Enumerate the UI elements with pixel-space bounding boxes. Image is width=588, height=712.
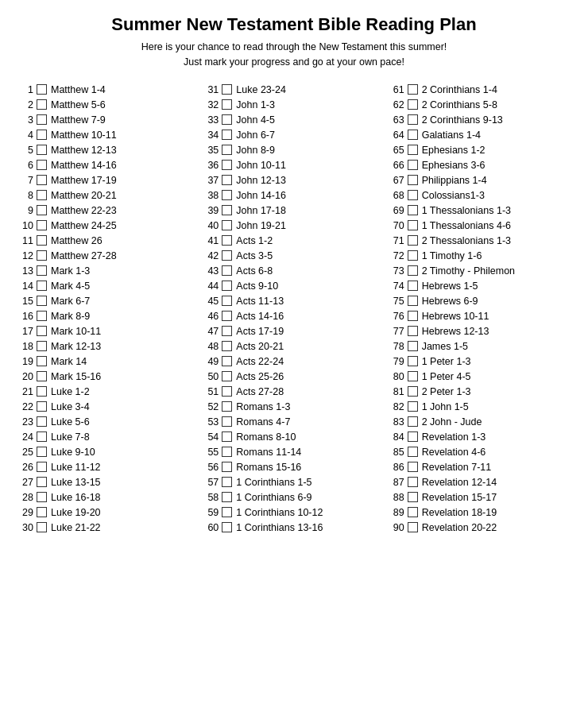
reading-checkbox[interactable] [222,145,232,155]
reading-checkbox[interactable] [408,401,418,412]
reading-checkbox[interactable] [222,431,232,442]
reading-checkbox[interactable] [222,160,232,170]
list-item: 66Ephesians 3-6 [387,158,572,172]
reading-checkbox[interactable] [222,99,232,110]
reading-checkbox[interactable] [222,265,232,276]
reading-checkbox[interactable] [222,235,232,246]
reading-checkbox[interactable] [37,356,47,366]
reading-checkbox[interactable] [408,371,418,381]
item-number: 62 [387,99,404,110]
reading-checkbox[interactable] [37,431,47,442]
item-number: 43 [201,265,219,277]
reading-checkbox[interactable] [37,235,47,246]
reading-checkbox[interactable] [222,114,232,125]
reading-checkbox[interactable] [37,250,47,261]
reading-checkbox[interactable] [37,220,47,230]
reading-checkbox[interactable] [408,341,418,351]
reading-checkbox[interactable] [408,492,418,502]
reading-checkbox[interactable] [222,416,232,427]
list-item: 84Revelation 1-3 [387,430,572,444]
reading-checkbox[interactable] [408,311,418,321]
reading-checkbox[interactable] [408,447,418,457]
reading-checkbox[interactable] [222,462,232,472]
reading-checkbox[interactable] [408,356,418,366]
reading-checkbox[interactable] [408,220,418,230]
reading-checkbox[interactable] [37,341,47,351]
reading-checkbox[interactable] [222,84,232,95]
reading-checkbox[interactable] [408,431,418,442]
reading-checkbox[interactable] [408,130,418,140]
reading-checkbox[interactable] [408,160,418,170]
reading-checkbox[interactable] [222,190,232,200]
item-text: Revelation 7-11 [422,462,492,473]
reading-checkbox[interactable] [37,99,47,110]
reading-checkbox[interactable] [222,386,232,397]
reading-checkbox[interactable] [37,326,47,336]
reading-checkbox[interactable] [408,507,418,517]
reading-checkbox[interactable] [222,311,232,321]
reading-checkbox[interactable] [408,250,418,261]
reading-checkbox[interactable] [408,84,418,95]
reading-checkbox[interactable] [222,522,232,532]
reading-checkbox[interactable] [408,522,418,532]
reading-checkbox[interactable] [222,130,232,140]
reading-checkbox[interactable] [222,341,232,351]
reading-checkbox[interactable] [222,507,232,517]
reading-checkbox[interactable] [408,281,418,291]
reading-checkbox[interactable] [37,447,47,457]
reading-checkbox[interactable] [37,507,47,517]
reading-checkbox[interactable] [37,371,47,381]
reading-checkbox[interactable] [37,492,47,502]
reading-checkbox[interactable] [408,416,418,427]
list-item: 7Matthew 17-19 [16,173,201,188]
reading-checkbox[interactable] [222,205,232,215]
reading-checkbox[interactable] [408,99,418,110]
reading-checkbox[interactable] [37,160,47,170]
reading-checkbox[interactable] [408,462,418,472]
list-item: 55Romans 11-14 [201,445,386,459]
reading-checkbox[interactable] [222,326,232,336]
reading-checkbox[interactable] [408,145,418,155]
list-item: 581 Corinthians 6-9 [201,490,386,505]
item-text: Matthew 22-23 [51,205,117,216]
reading-checkbox[interactable] [37,145,47,155]
reading-checkbox[interactable] [222,356,232,366]
reading-checkbox[interactable] [222,477,232,487]
reading-checkbox[interactable] [37,522,47,532]
reading-checkbox[interactable] [37,462,47,472]
reading-checkbox[interactable] [37,296,47,306]
reading-checkbox[interactable] [222,296,232,306]
reading-checkbox[interactable] [222,220,232,230]
reading-checkbox[interactable] [37,311,47,321]
reading-checkbox[interactable] [37,265,47,276]
reading-checkbox[interactable] [408,477,418,487]
reading-checkbox[interactable] [408,190,418,200]
reading-checkbox[interactable] [37,205,47,215]
reading-checkbox[interactable] [408,175,418,185]
reading-checkbox[interactable] [222,371,232,381]
reading-checkbox[interactable] [408,296,418,306]
reading-checkbox[interactable] [222,492,232,502]
reading-checkbox[interactable] [37,416,47,427]
reading-checkbox[interactable] [222,401,232,412]
reading-checkbox[interactable] [222,281,232,291]
reading-checkbox[interactable] [37,477,47,487]
reading-checkbox[interactable] [37,175,47,185]
reading-checkbox[interactable] [37,386,47,397]
reading-checkbox[interactable] [222,447,232,457]
reading-checkbox[interactable] [408,326,418,336]
reading-checkbox[interactable] [37,130,47,140]
reading-checkbox[interactable] [37,84,47,95]
reading-checkbox[interactable] [222,175,232,185]
reading-checkbox[interactable] [408,235,418,246]
reading-checkbox[interactable] [37,190,47,200]
reading-checkbox[interactable] [408,386,418,397]
reading-checkbox[interactable] [37,281,47,291]
reading-checkbox[interactable] [408,114,418,125]
reading-checkbox[interactable] [37,401,47,412]
reading-checkbox[interactable] [408,265,418,276]
reading-checkbox[interactable] [408,205,418,215]
reading-checkbox[interactable] [222,250,232,261]
reading-checkbox[interactable] [37,114,47,125]
item-text: Revelation 15-17 [422,492,497,503]
